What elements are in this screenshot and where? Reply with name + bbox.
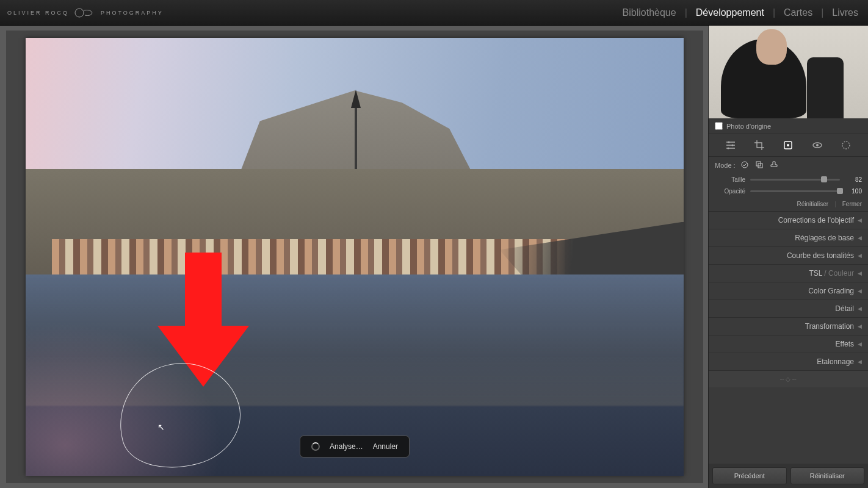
mode-row: Mode : bbox=[709, 157, 868, 174]
spinner-icon bbox=[311, 442, 320, 451]
heal-mode-icon[interactable] bbox=[740, 160, 750, 170]
adjust-sliders-icon[interactable] bbox=[725, 139, 737, 151]
cursor-icon: ↖ bbox=[157, 422, 165, 432]
reset-button[interactable]: Réinitialiser bbox=[790, 467, 865, 484]
panel-color-grading[interactable]: Color Grading◀ bbox=[709, 282, 868, 300]
panel-ornament: ∽◇∽ bbox=[709, 371, 868, 387]
footer-buttons: Précédent Réinitialiser bbox=[709, 464, 868, 488]
svg-point-8 bbox=[842, 142, 850, 149]
panel-lens-corrections[interactable]: Corrections de l'objectif◀ bbox=[709, 212, 868, 229]
opacity-slider[interactable] bbox=[750, 190, 840, 192]
chevron-left-icon: ◀ bbox=[858, 235, 862, 241]
mode-label: Mode : bbox=[715, 162, 736, 169]
close-link[interactable]: Fermer bbox=[842, 201, 862, 207]
chevron-left-icon: ◀ bbox=[858, 323, 862, 329]
webcam-chair bbox=[807, 57, 844, 118]
panel-transform[interactable]: Transformation◀ bbox=[709, 318, 868, 336]
tool-strip bbox=[709, 134, 868, 157]
canvas-area: ↖ Analyse… Annuler bbox=[0, 26, 708, 488]
panel-label: Transformation bbox=[805, 322, 854, 331]
panel-tsl-color[interactable]: TSL / Couleur◀ bbox=[709, 265, 868, 282]
panel-label: Détail bbox=[835, 304, 854, 313]
chevron-left-icon: ◀ bbox=[858, 253, 862, 259]
chevron-left-icon: ◀ bbox=[858, 270, 862, 276]
svg-point-5 bbox=[787, 144, 789, 146]
panel-spacer bbox=[709, 387, 868, 464]
chevron-left-icon: ◀ bbox=[858, 288, 862, 294]
panel-effects[interactable]: Effets◀ bbox=[709, 336, 868, 353]
brand-logo-icon bbox=[74, 7, 96, 19]
size-slider-row: Taille 82 bbox=[709, 174, 868, 185]
panel-tone-curve[interactable]: Courbe des tonalités◀ bbox=[709, 247, 868, 265]
panel-label: Corrections de l'objectif bbox=[778, 216, 854, 224]
webcam-overlay bbox=[709, 26, 868, 118]
original-checkbox[interactable] bbox=[715, 122, 723, 130]
mask-icon[interactable] bbox=[840, 139, 852, 151]
top-bar: OLIVIER ROCQ PHOTOGRAPHY Bibliothèque | … bbox=[0, 0, 868, 26]
workspace: ↖ Analyse… Annuler Photo d'origine bbox=[0, 26, 868, 488]
reset-close-row: Réinitialiser | Fermer bbox=[709, 197, 868, 212]
redeye-icon[interactable] bbox=[811, 139, 823, 151]
reset-link[interactable]: Réinitialiser bbox=[797, 201, 828, 207]
separator: | bbox=[834, 201, 836, 207]
analyze-cancel[interactable]: Annuler bbox=[373, 442, 398, 451]
opacity-value[interactable]: 100 bbox=[845, 188, 862, 195]
original-photo-toggle[interactable]: Photo d'origine bbox=[709, 118, 868, 134]
nav-separator: | bbox=[819, 7, 826, 18]
chevron-left-icon: ◀ bbox=[858, 306, 862, 312]
panel-label: Color Grading bbox=[808, 287, 854, 295]
panel-label: Effets bbox=[836, 340, 854, 348]
webcam-head bbox=[756, 29, 787, 65]
svg-point-0 bbox=[75, 9, 84, 17]
brand-right: PHOTOGRAPHY bbox=[101, 10, 164, 16]
nav-develop[interactable]: Développement bbox=[693, 7, 767, 18]
analyze-toast: Analyse… Annuler bbox=[300, 436, 410, 458]
chevron-left-icon: ◀ bbox=[858, 341, 862, 347]
brand-logo-text: OLIVIER ROCQ PHOTOGRAPHY bbox=[7, 7, 164, 19]
canvas-inner: ↖ Analyse… Annuler bbox=[6, 30, 703, 483]
analyze-status: Analyse… bbox=[330, 442, 363, 451]
opacity-slider-row: Opacité 100 bbox=[709, 185, 868, 197]
module-nav: Bibliothèque | Développement | Cartes | … bbox=[620, 7, 861, 18]
right-panel: Photo d'origine Mode : Taille 82 Opacité… bbox=[708, 26, 868, 488]
crop-icon[interactable] bbox=[753, 139, 765, 151]
chevron-left-icon: ◀ bbox=[858, 359, 862, 365]
svg-point-2 bbox=[731, 145, 733, 146]
panel-label: TSL / Couleur bbox=[809, 269, 854, 278]
photo-preview[interactable]: ↖ Analyse… Annuler bbox=[26, 38, 684, 476]
stamp-mode-icon[interactable] bbox=[770, 160, 779, 170]
previous-button[interactable]: Précédent bbox=[712, 467, 787, 484]
svg-point-9 bbox=[742, 162, 748, 168]
svg-point-1 bbox=[728, 142, 729, 143]
panel-label: Courbe des tonalités bbox=[787, 251, 854, 260]
nav-library[interactable]: Bibliothèque bbox=[620, 7, 679, 18]
panel-calibration[interactable]: Etalonnage◀ bbox=[709, 353, 868, 371]
nav-separator: | bbox=[682, 7, 690, 18]
size-slider[interactable] bbox=[750, 179, 840, 181]
nav-book[interactable]: Livres bbox=[830, 7, 861, 18]
size-label: Taille bbox=[715, 176, 745, 183]
panel-label: Etalonnage bbox=[817, 357, 854, 366]
size-value[interactable]: 82 bbox=[845, 176, 862, 183]
chevron-left-icon: ◀ bbox=[858, 217, 862, 223]
brand-left: OLIVIER ROCQ bbox=[7, 10, 69, 16]
panel-basic[interactable]: Réglages de base◀ bbox=[709, 229, 868, 247]
panel-detail[interactable]: Détail◀ bbox=[709, 300, 868, 318]
clone-mode-icon[interactable] bbox=[755, 160, 765, 170]
panel-label: Réglages de base bbox=[795, 234, 854, 242]
nav-separator: | bbox=[770, 7, 778, 18]
svg-point-3 bbox=[727, 148, 729, 149]
nav-map[interactable]: Cartes bbox=[781, 7, 815, 18]
svg-point-7 bbox=[816, 144, 819, 146]
opacity-label: Opacité bbox=[715, 188, 745, 195]
heal-brush-icon[interactable] bbox=[782, 139, 794, 151]
original-label: Photo d'origine bbox=[726, 123, 771, 130]
